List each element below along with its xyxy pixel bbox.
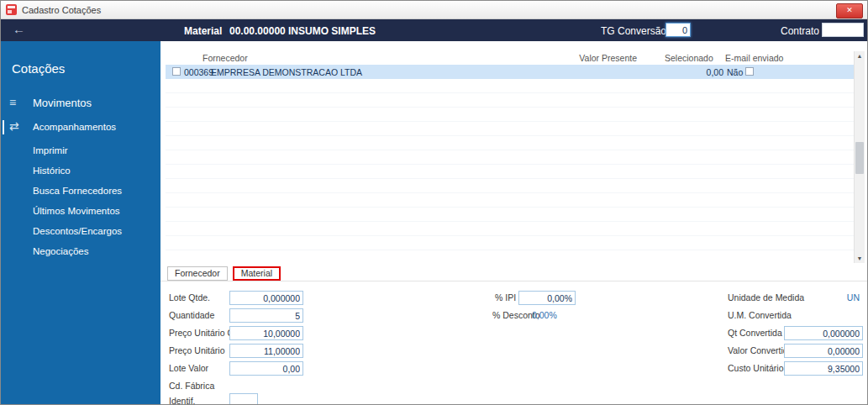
scroll-up-icon[interactable]: ▲ — [855, 53, 865, 59]
back-button[interactable]: ← — [13, 22, 25, 36]
swap-icon: ⇄ — [9, 119, 19, 133]
column-header-selecionado[interactable]: Selecionado — [665, 53, 713, 63]
sidebar-item-label: Acompanhamentos — [33, 122, 116, 132]
preco-unitario-label: Preço Unitário — [169, 345, 225, 355]
row-select-checkbox[interactable] — [172, 67, 181, 76]
sidebar-title: Cotações — [12, 61, 65, 76]
unidade-medida-value: UN — [784, 292, 860, 302]
tab-material[interactable]: Material — [233, 266, 281, 281]
identif-input[interactable] — [229, 393, 258, 405]
tg-conversao-label: TG Conversão — [601, 25, 666, 37]
sidebar-item-negociacoes[interactable]: Negociações — [1, 243, 160, 261]
identif-label: Identif. — [169, 396, 196, 405]
cd-fabrica-label: Cd. Fábrica — [169, 381, 214, 391]
lote-valor-input[interactable] — [229, 361, 303, 376]
valor-convertido-input[interactable] — [784, 344, 863, 358]
valor-presente-cell: 0,00 — [636, 67, 723, 77]
column-header-email-enviado[interactable]: E-mail enviado — [725, 53, 783, 63]
quantidade-input[interactable] — [229, 308, 303, 323]
app-icon — [6, 4, 17, 15]
sidebar-item-imprimir[interactable]: Imprimir — [1, 142, 160, 160]
sidebar-item-historico[interactable]: Histórico — [1, 162, 160, 181]
valor-convertido-label: Valor Convertido — [728, 345, 792, 355]
column-header-valor-presente[interactable]: Valor Presente — [552, 53, 637, 63]
sidebar-item-movimentos[interactable]: ≡ Movimentos — [1, 95, 160, 113]
email-enviado-checkbox[interactable] — [745, 67, 754, 76]
sidebar-item-label: Imprimir — [33, 145, 68, 155]
selecionado-cell: Não — [727, 67, 743, 77]
qt-convertida-label: Qt Convertida — [728, 328, 782, 338]
sidebar-item-label: Últimos Movimentos — [33, 206, 120, 216]
preco-unitario-input[interactable] — [229, 344, 303, 358]
lote-valor-label: Lote Valor — [169, 363, 208, 373]
custo-unitario-label: Custo Unitário — [728, 363, 784, 373]
lote-qtde-input[interactable] — [229, 291, 303, 305]
window-title: Cadastro Cotações — [22, 5, 101, 15]
sidebar-item-label: Descontos/Encargos — [33, 226, 122, 236]
column-header-fornecedor[interactable]: Fornecedor — [203, 53, 248, 63]
sidebar-item-label: Busca Fornecedores — [33, 186, 122, 196]
scroll-down-icon[interactable]: ▼ — [855, 255, 865, 261]
quantidade-label: Quantidade — [169, 310, 214, 320]
fornecedores-grid: Fornecedor Valor Presente Selecionado E-… — [166, 51, 865, 263]
menu-icon: ≡ — [9, 96, 16, 109]
table-row[interactable]: 000369 EMPRRESA DEMONSTRACAO LTDA 0,00 N… — [166, 65, 854, 79]
fornecedor-code-cell: 000369 — [184, 67, 213, 77]
material-description: INSUMO SIMPLES — [288, 25, 376, 37]
contrato-label: Contrato — [781, 25, 819, 37]
grid-empty-rows — [166, 79, 854, 263]
preco-unitario-origem-input[interactable] — [229, 326, 303, 340]
close-button[interactable]: ✕ — [836, 3, 863, 18]
sidebar-item-label: Histórico — [33, 166, 71, 176]
sidebar-item-label: Movimentos — [33, 97, 92, 109]
header-bar: ← Material 00.00.00000 INSUMO SIMPLES TG… — [1, 19, 867, 41]
sidebar: Cotações ≡ Movimentos ⇄ Acompanhamentos … — [1, 41, 160, 405]
um-convertida-label: U.M. Convertida — [728, 310, 792, 320]
tab-fornecedor[interactable]: Fornecedor — [167, 266, 228, 281]
tg-conversao-input[interactable] — [665, 23, 691, 37]
fornecedor-name-cell: EMPRRESA DEMONSTRACAO LTDA — [211, 67, 362, 77]
sidebar-item-busca-fornecedores[interactable]: Busca Fornecedores — [1, 182, 160, 201]
sidebar-item-label: Negociações — [33, 246, 88, 256]
detail-panel: Fornecedor Material Lote Qtde. Quantidad… — [160, 263, 868, 405]
panel-divider — [160, 281, 868, 281]
app-window: Cadastro Cotações ✕ ← Material 00.00.000… — [0, 0, 868, 405]
material-label: Material — [184, 25, 222, 37]
sidebar-item-ultimos-movimentos[interactable]: Últimos Movimentos — [1, 202, 160, 221]
scrollbar-thumb[interactable] — [855, 142, 864, 174]
tab-strip: Fornecedor Material — [167, 266, 283, 281]
qt-convertida-input[interactable] — [784, 326, 863, 340]
titlebar: Cadastro Cotações ✕ — [1, 1, 867, 19]
ipi-input[interactable] — [518, 291, 576, 305]
custo-unitario-input[interactable] — [784, 361, 863, 376]
grid-header: Fornecedor Valor Presente Selecionado E-… — [166, 51, 854, 66]
sidebar-item-descontos-encargos[interactable]: Descontos/Encargos — [1, 223, 160, 241]
desconto-value: 0,00% — [532, 310, 557, 320]
sidebar-item-acompanhamentos[interactable]: ⇄ Acompanhamentos — [1, 118, 160, 137]
active-item-indicator — [3, 120, 4, 134]
ipi-label: % IPI — [495, 292, 516, 302]
contrato-input[interactable] — [822, 23, 864, 37]
material-code: 00.00.00000 — [229, 25, 286, 37]
lote-qtde-label: Lote Qtde. — [169, 292, 210, 302]
vertical-scrollbar[interactable]: ▲ ▼ — [854, 51, 865, 263]
